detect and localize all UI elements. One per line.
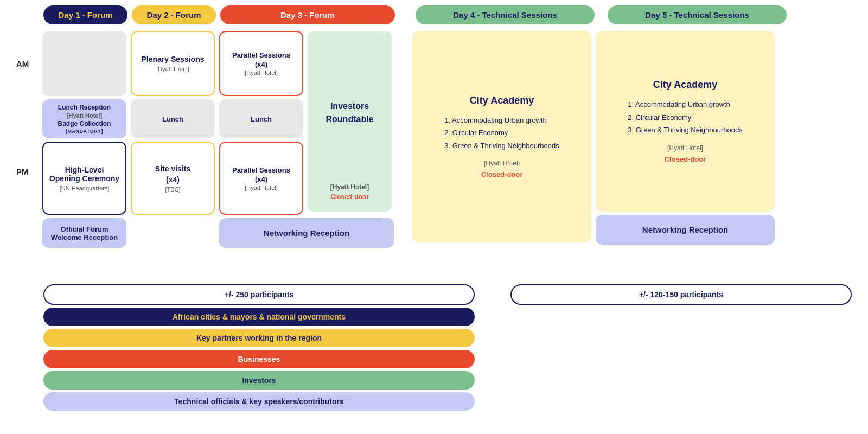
day1-header: Day 1 - Forum xyxy=(43,5,127,24)
legend-red: Businesses xyxy=(43,350,475,368)
forum-bottom: +/- 250 participants African cities & ma… xyxy=(43,284,475,411)
day1-reception: Official Forum Welcome Reception xyxy=(42,218,126,248)
day5-main: City Academy 1. Accommodating Urban grow… xyxy=(596,31,775,212)
day3b-main: Investors Roundtable [Hyatt Hotel] Close… xyxy=(308,31,392,212)
day5-header: Day 5 - Technical Sessions xyxy=(608,5,787,24)
day4-col: City Academy 1. Accommodating Urban grow… xyxy=(412,31,591,276)
day1-lunch: Lunch Reception [Hyatt Hotel] Badge Coll… xyxy=(42,99,126,138)
legend-green: Investors xyxy=(43,371,475,390)
day4-main: City Academy 1. Accommodating Urban grow… xyxy=(412,31,591,242)
tech-cols: City Academy 1. Accommodating Urban grow… xyxy=(412,31,775,276)
forum-cols: Lunch Reception [Hyatt Hotel] Badge Coll… xyxy=(42,31,392,276)
day1-am xyxy=(42,31,126,96)
bottom-section: +/- 250 participants African cities & ma… xyxy=(16,284,852,411)
legend-yellow: Key partners working in the region xyxy=(43,329,475,347)
day4-header: Day 4 - Technical Sessions xyxy=(416,5,595,24)
day3a-am: Parallel Sessions (x4) [Hyatt Hotel] xyxy=(219,31,303,96)
day2-pm: Site visits (x4) [TBC] xyxy=(131,142,215,215)
legend-navy: African cities & mayors & national gover… xyxy=(43,308,475,326)
day2-am: Plenary Sessions [Hyatt Hotel] xyxy=(131,31,215,96)
day3b-col: Investors Roundtable [Hyatt Hotel] Close… xyxy=(308,31,392,276)
day2-col: Plenary Sessions [Hyatt Hotel] Lunch Sit… xyxy=(131,31,215,276)
day3a-col: Parallel Sessions (x4) [Hyatt Hotel] Lun… xyxy=(219,31,303,276)
day1-pm: High-Level Opening Ceremony [UN Headquar… xyxy=(42,142,126,215)
day3-header: Day 3 - Forum xyxy=(220,5,395,24)
schedule-area: AM PM Lunch Reception [Hyatt Hotel] Badg… xyxy=(16,31,852,276)
main-container: Day 1 - Forum Day 2 - Forum Day 3 - Foru… xyxy=(0,0,868,416)
day5-col: City Academy 1. Accommodating Urban grow… xyxy=(596,31,775,276)
pm-label: PM xyxy=(16,135,38,208)
legend-lavender: Technical officials & key speakers/contr… xyxy=(43,392,475,411)
time-labels: AM PM xyxy=(16,31,38,276)
day5-networking: Networking Reception xyxy=(596,215,775,245)
tech-bottom: +/- 120-150 participants xyxy=(510,284,852,411)
day3a-pm: Parallel Sessions (x4) [Hyatt Hotel] xyxy=(219,142,303,215)
header-row: Day 1 - Forum Day 2 - Forum Day 3 - Foru… xyxy=(16,5,852,24)
day2-lunch: Lunch xyxy=(131,99,215,138)
am-label: AM xyxy=(16,31,38,96)
day1-col: Lunch Reception [Hyatt Hotel] Badge Coll… xyxy=(42,31,126,276)
forum-participants: +/- 250 participants xyxy=(43,284,475,305)
day2-header: Day 2 - Forum xyxy=(132,5,216,24)
day3a-lunch: Lunch xyxy=(219,99,303,138)
tech-participants: +/- 120-150 participants xyxy=(510,284,852,305)
